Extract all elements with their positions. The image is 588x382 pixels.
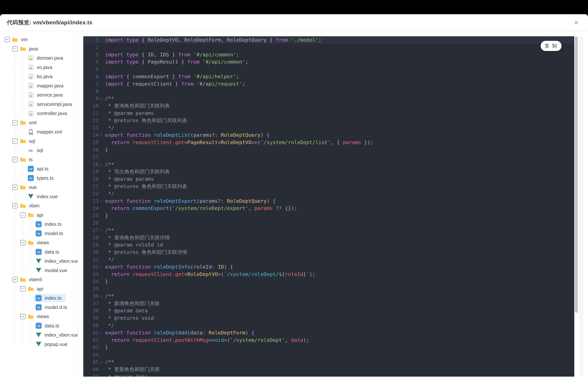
- fold-chevron-icon[interactable]: v: [99, 263, 105, 271]
- collapse-minus-icon[interactable]: [20, 212, 25, 218]
- tree-item-body[interactable]: sql: [18, 137, 39, 146]
- tree-item-body[interactable]: index_vben.vue: [34, 331, 78, 339]
- collapse-minus-icon[interactable]: [12, 139, 18, 144]
- tree-folder-xml[interactable]: xml: [12, 118, 78, 127]
- tree-item-body[interactable]: TSmodel.ts: [34, 229, 67, 238]
- tree-file-vo.java[interactable]: vo.java: [20, 63, 78, 72]
- collapse-toggle[interactable]: [5, 37, 12, 42]
- tree-file-types.ts[interactable]: TStypes.ts: [20, 173, 78, 183]
- collapse-toggle[interactable]: [20, 212, 28, 218]
- collapse-minus-icon[interactable]: [12, 203, 18, 208]
- collapse-minus-icon[interactable]: [12, 120, 18, 125]
- tree-item-body[interactable]: TSindex.ts: [34, 220, 66, 229]
- tree-item-body[interactable]: vben5: [18, 275, 46, 284]
- collapse-toggle[interactable]: [20, 240, 28, 245]
- collapse-toggle[interactable]: [12, 157, 20, 162]
- tree-item-selected[interactable]: TSindex.ts: [34, 294, 66, 302]
- tree-item-body[interactable]: TSapi.ts: [26, 165, 53, 173]
- tree-file-model.d.ts[interactable]: TSmodel.d.ts: [28, 303, 78, 312]
- tree-item-body[interactable]: vue: [18, 183, 41, 192]
- fold-chevron-icon[interactable]: v: [99, 95, 105, 102]
- tree-file-model.ts[interactable]: TSmodel.ts: [28, 229, 78, 238]
- tree-file-index.ts[interactable]: TSindex.ts: [28, 294, 78, 303]
- tree-file-index_vben.vue[interactable]: index_vben.vue: [28, 256, 78, 266]
- tree-file-popup.vue[interactable]: popup.vue: [28, 340, 78, 349]
- tree-item-body[interactable]: bo.java: [26, 72, 57, 81]
- tree-folder-api[interactable]: api: [20, 284, 78, 294]
- collapse-toggle[interactable]: [20, 286, 28, 292]
- collapse-minus-icon[interactable]: [12, 277, 18, 282]
- copy-button[interactable]: 复 制: [541, 41, 562, 51]
- tree-folder-vm[interactable]: vm: [5, 35, 78, 44]
- code-scrollbar-thumb[interactable]: [575, 37, 578, 313]
- collapse-toggle[interactable]: [12, 139, 20, 144]
- tree-folder-vben5[interactable]: vben5: [12, 275, 78, 284]
- tree-item-body[interactable]: TSdata.ts: [34, 321, 63, 330]
- tree-item-body[interactable]: TSmodel.d.ts: [34, 303, 71, 312]
- tree-folder-vue[interactable]: vue: [12, 183, 78, 192]
- fold-chevron-icon[interactable]: v: [99, 329, 105, 337]
- tree-item-body[interactable]: vm: [10, 35, 32, 44]
- tree-item-body[interactable]: index_vben.vue: [34, 257, 78, 266]
- tree-item-body[interactable]: domain.java: [26, 54, 67, 63]
- tree-item-body[interactable]: api: [26, 211, 47, 219]
- collapse-toggle[interactable]: [20, 314, 28, 319]
- tree-item-body[interactable]: XMLmapper.xml: [26, 127, 66, 136]
- collapse-minus-icon[interactable]: [20, 286, 25, 292]
- tree-item-body[interactable]: ts: [18, 155, 37, 164]
- tree-folder-vben[interactable]: vben: [12, 201, 78, 211]
- tree-item-body[interactable]: views: [26, 312, 53, 321]
- tree-item-body[interactable]: vo.java: [26, 63, 57, 72]
- tree-file-api.ts[interactable]: TSapi.ts: [20, 164, 78, 173]
- collapse-toggle[interactable]: [12, 277, 20, 282]
- collapse-minus-icon[interactable]: [12, 157, 18, 162]
- tree-folder-views[interactable]: views: [20, 312, 78, 321]
- close-icon[interactable]: ×: [572, 18, 581, 27]
- tree-item-body[interactable]: xml: [18, 118, 41, 127]
- tree-file-domain.java[interactable]: domain.java: [20, 53, 78, 63]
- tree-item-body[interactable]: java: [18, 44, 42, 53]
- tree-item-body[interactable]: modal.vue: [34, 266, 71, 275]
- tree-file-modal.vue[interactable]: modal.vue: [28, 266, 78, 275]
- collapse-toggle[interactable]: [12, 46, 20, 51]
- tree-item-body[interactable]: controller.java: [26, 109, 71, 118]
- tree-folder-views[interactable]: views: [20, 238, 78, 247]
- tree-file-data.ts[interactable]: TSdata.ts: [28, 321, 78, 331]
- collapse-toggle[interactable]: [12, 203, 20, 208]
- tree-folder-ts[interactable]: ts: [12, 155, 78, 164]
- tree-item-body[interactable]: service.java: [26, 91, 67, 99]
- tree-folder-api[interactable]: api: [20, 211, 78, 220]
- tree-item-body[interactable]: mapper.java: [26, 81, 68, 90]
- tree-item-body[interactable]: serviceImpl.java: [26, 100, 76, 108]
- tree-file-index.ts[interactable]: TSindex.ts: [28, 220, 78, 229]
- tree-folder-sql[interactable]: sql: [12, 137, 78, 146]
- tree-file-index_vben.vue[interactable]: index_vben.vue: [28, 330, 78, 340]
- collapse-minus-icon[interactable]: [12, 46, 18, 51]
- tree-file-service.java[interactable]: service.java: [20, 90, 78, 100]
- tree-item-body[interactable]: index.vue: [26, 192, 62, 201]
- fold-chevron-icon[interactable]: v: [99, 358, 105, 366]
- collapse-minus-icon[interactable]: [5, 37, 10, 42]
- fold-chevron-icon[interactable]: v: [99, 161, 105, 168]
- tree-item-body[interactable]: popup.vue: [34, 340, 72, 348]
- tree-item-body[interactable]: TStypes.ts: [26, 174, 58, 182]
- tree-folder-java[interactable]: java: [12, 44, 78, 54]
- tree-file-index.vue[interactable]: index.vue: [20, 192, 78, 201]
- collapse-minus-icon[interactable]: [20, 240, 25, 245]
- collapse-toggle[interactable]: [12, 185, 20, 190]
- tree-file-data.ts[interactable]: TSdata.ts: [28, 247, 78, 257]
- fold-chevron-icon[interactable]: v: [99, 227, 105, 234]
- tree-file-bo.java[interactable]: bo.java: [20, 72, 78, 81]
- fold-chevron-icon[interactable]: v: [99, 197, 105, 205]
- tree-item-body[interactable]: api: [26, 284, 47, 293]
- collapse-minus-icon[interactable]: [12, 185, 18, 190]
- fold-chevron-icon[interactable]: v: [99, 131, 105, 139]
- tree-item-body[interactable]: SQLsql: [26, 146, 47, 155]
- tree-file-mapper.xml[interactable]: XMLmapper.xml: [20, 127, 78, 137]
- collapse-toggle[interactable]: [12, 120, 20, 125]
- tree-item-body[interactable]: views: [26, 238, 53, 247]
- fold-chevron-icon[interactable]: v: [99, 293, 105, 300]
- tree-file-mapper.java[interactable]: mapper.java: [20, 81, 78, 90]
- collapse-minus-icon[interactable]: [20, 314, 25, 319]
- tree-file-serviceImpl.java[interactable]: serviceImpl.java: [20, 100, 78, 109]
